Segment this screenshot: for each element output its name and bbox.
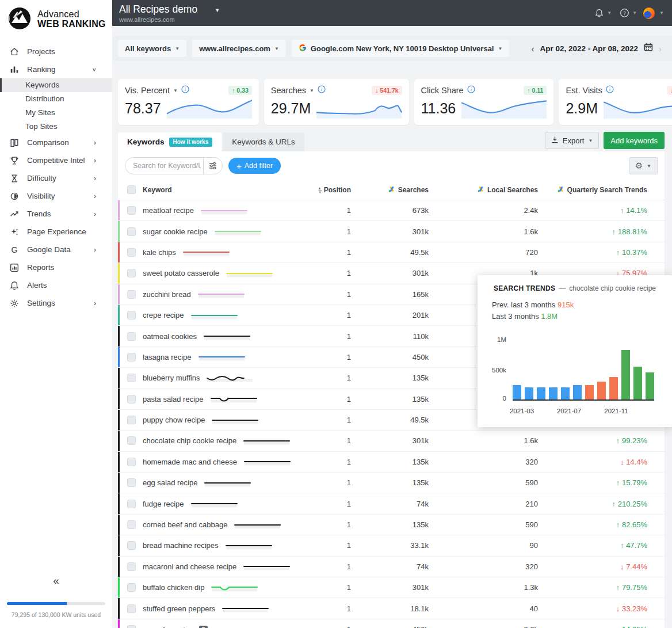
keyword-label[interactable]: pasta salad recipe	[143, 395, 204, 404]
rank-sparkline[interactable]	[209, 394, 259, 404]
sidebar-item-google-data[interactable]: GGoogle Data›	[0, 241, 112, 258]
rank-sparkline[interactable]	[210, 583, 259, 592]
column-header-position[interactable]: ▲▽ Position	[316, 186, 351, 194]
how-it-works-badge[interactable]: How it works	[169, 138, 213, 147]
rank-sparkline[interactable]	[221, 604, 270, 613]
rank-sparkline[interactable]	[211, 416, 260, 425]
row-checkbox[interactable]	[127, 541, 136, 550]
keyword-label[interactable]: meatloaf recipe	[143, 206, 194, 215]
sidebar-item-comparison[interactable]: Comparison›	[0, 134, 112, 151]
row-checkbox[interactable]	[127, 416, 136, 424]
select-all-checkbox[interactable]	[127, 185, 136, 194]
row-checkbox[interactable]	[127, 625, 136, 628]
info-icon[interactable]: i	[181, 85, 189, 96]
keyword-label[interactable]: kale chips	[143, 248, 176, 257]
keyword-label[interactable]: macaroni and cheese recipe	[143, 562, 236, 571]
add-keywords-button[interactable]: Add keywords	[604, 132, 665, 149]
row-checkbox[interactable]	[127, 290, 136, 299]
row-checkbox[interactable]	[127, 332, 136, 341]
info-icon[interactable]: i	[606, 85, 614, 96]
row-checkbox[interactable]	[127, 206, 136, 215]
sidebar-item-distribution[interactable]: Distribution	[0, 92, 112, 106]
column-header-quarterly-trends[interactable]: Quarterly Search Trends	[538, 186, 665, 194]
metric-label[interactable]: Vis. Percent	[125, 86, 170, 95]
row-checkbox[interactable]	[127, 500, 136, 508]
keyword-label[interactable]: egg salad recipe	[143, 478, 197, 487]
help-icon[interactable]: ?	[618, 7, 631, 20]
row-checkbox[interactable]	[127, 478, 136, 487]
keyword-label[interactable]: puppy chow recipe	[143, 416, 205, 424]
info-icon[interactable]: i	[318, 85, 326, 96]
notifications-bell-icon[interactable]	[593, 7, 605, 20]
date-range-label[interactable]: Apr 02, 2022 - Apr 08, 2022	[540, 44, 638, 53]
keyword-label[interactable]: pancake recipe	[143, 625, 193, 628]
sidebar-item-top-sites[interactable]: Top Sites	[0, 120, 112, 134]
add-filter-button[interactable]: + Add filter	[228, 158, 281, 174]
site-dropdown[interactable]: www.allrecipes.com ▼	[192, 40, 286, 57]
chevron-down-icon[interactable]: ▼	[659, 10, 664, 16]
keyword-label[interactable]: buffalo chicken dip	[143, 583, 204, 592]
keyword-label[interactable]: sugar cookie recipe	[143, 227, 208, 236]
sidebar-item-visibility[interactable]: Visibility›	[0, 187, 112, 205]
keyword-label[interactable]: crepe recipe	[143, 311, 184, 319]
export-button[interactable]: Export ▼	[545, 132, 600, 149]
rank-sparkline[interactable]	[242, 436, 292, 446]
sidebar-item-keywords[interactable]: Keywords	[0, 78, 112, 92]
column-header-local-searches[interactable]: Local Searches	[429, 186, 538, 194]
search-engine-dropdown[interactable]: Google.com New York, NY 10019 Desktop Un…	[292, 40, 510, 57]
row-checkbox[interactable]	[127, 248, 136, 257]
user-avatar[interactable]	[643, 7, 655, 19]
keyword-label[interactable]: lasagna recipe	[143, 353, 192, 361]
rank-sparkline[interactable]	[197, 290, 246, 299]
sidebar-item-settings[interactable]: Settings›	[0, 294, 112, 312]
keyword-label[interactable]: stuffed green peppers	[143, 604, 215, 613]
search-input[interactable]	[125, 162, 203, 170]
rank-sparkline[interactable]	[224, 541, 274, 550]
keyword-label[interactable]: chocolate chip cookie recipe	[143, 436, 236, 445]
row-checkbox[interactable]	[127, 374, 136, 382]
row-checkbox[interactable]	[127, 269, 136, 277]
row-checkbox[interactable]	[127, 562, 136, 571]
sidebar-item-difficulty[interactable]: Difficulty›	[0, 169, 112, 187]
table-settings-button[interactable]: ⚙ ▼	[629, 157, 658, 174]
rank-sparkline[interactable]	[197, 352, 247, 361]
tab-keywords-urls[interactable]: Keywords & URLs	[223, 132, 304, 151]
row-checkbox[interactable]	[127, 458, 136, 466]
row-checkbox[interactable]	[127, 583, 136, 592]
rank-sparkline[interactable]	[242, 562, 292, 571]
keyword-label[interactable]: zucchini bread	[143, 290, 191, 299]
column-header-keyword[interactable]: Keyword	[143, 186, 316, 194]
filter-options-icon[interactable]	[204, 162, 222, 170]
sidebar-item-page-experience[interactable]: Page Experience	[0, 223, 112, 241]
column-header-searches[interactable]: Searches	[351, 186, 429, 194]
keyword-label[interactable]: corned beef and cabbage	[143, 520, 227, 529]
keyword-group-dropdown[interactable]: All keywords ▼	[118, 40, 186, 57]
sidebar-item-projects[interactable]: Projects	[0, 43, 112, 60]
sidebar-item-competitive-intel[interactable]: Competitive Intel›	[0, 151, 112, 169]
sidebar-item-ranking[interactable]: Ranking˅	[0, 60, 112, 78]
keyword-label[interactable]: bread machine recipes	[143, 541, 219, 550]
rank-sparkline[interactable]	[213, 625, 263, 628]
row-checkbox[interactable]	[127, 311, 136, 319]
rank-sparkline[interactable]	[182, 248, 231, 257]
row-checkbox[interactable]	[127, 436, 136, 445]
rank-sparkline[interactable]	[203, 478, 253, 488]
rank-sparkline[interactable]	[205, 374, 255, 383]
keyword-label[interactable]: sweet potato casserole	[143, 269, 219, 277]
rank-sparkline[interactable]	[203, 332, 252, 341]
row-checkbox[interactable]	[127, 227, 136, 236]
row-checkbox[interactable]	[127, 604, 136, 613]
rank-sparkline[interactable]	[200, 206, 249, 215]
info-icon[interactable]: i	[467, 85, 475, 96]
row-checkbox[interactable]	[127, 395, 136, 404]
calendar-icon[interactable]	[644, 43, 653, 54]
rank-sparkline[interactable]	[243, 457, 292, 466]
sidebar-item-my-sites[interactable]: My Sites	[0, 106, 112, 120]
rank-sparkline[interactable]	[190, 311, 239, 320]
date-prev-button[interactable]: ‹	[531, 44, 534, 54]
rank-sparkline[interactable]	[233, 520, 282, 530]
row-checkbox[interactable]	[127, 353, 136, 361]
keyword-label[interactable]: blueberry muffins	[143, 374, 200, 382]
row-checkbox[interactable]	[127, 520, 136, 529]
tab-keywords[interactable]: Keywords How it works	[118, 132, 222, 151]
